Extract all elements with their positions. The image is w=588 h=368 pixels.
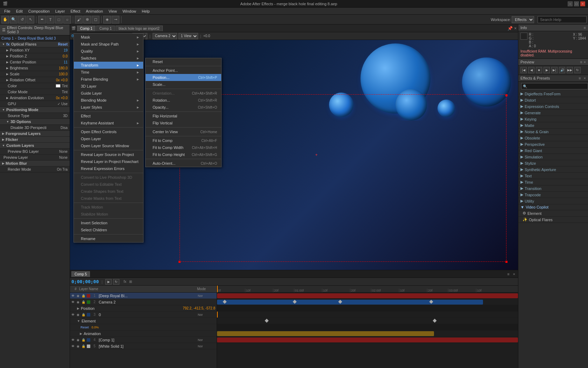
context-menu-main[interactable]: Mask ▶ Mask and Shape Path ▶ Quality ▶ S… bbox=[74, 33, 144, 243]
transform-center-in-view[interactable]: Center In View Ctrl+Home bbox=[146, 128, 221, 135]
ep-distort[interactable]: ▶ Distort bbox=[518, 97, 588, 103]
ctx-open-effect-controls[interactable]: Open Effect Controls bbox=[74, 128, 143, 135]
layer-5-mode[interactable]: Nor bbox=[198, 345, 215, 348]
ctx-mask-shape-path[interactable]: Mask and Shape Path ▶ bbox=[74, 41, 143, 48]
playhead[interactable] bbox=[217, 286, 218, 292]
tl-loop-btn[interactable]: ↻ bbox=[113, 279, 119, 285]
maximize-button[interactable]: □ bbox=[574, 1, 579, 6]
layer-5-lock[interactable]: 🔒 bbox=[82, 345, 85, 348]
ep-red-giant[interactable]: ▶ Red Giant bbox=[518, 148, 588, 154]
layer-3-mode[interactable]: Nor bbox=[198, 313, 215, 316]
ctx-guide-layer[interactable]: Guide Layer bbox=[74, 90, 143, 97]
custom-layers-section[interactable]: ▼ Custom Layers bbox=[0, 143, 70, 149]
ep-menu[interactable]: ≡ bbox=[579, 76, 581, 80]
ep-optical-flares[interactable]: ✨ Optical Flares bbox=[518, 217, 588, 223]
menu-edit[interactable]: Edit bbox=[13, 8, 26, 14]
ep-matte[interactable]: ▶ Matte bbox=[518, 122, 588, 129]
transform-anchor-point[interactable]: Anchor Point... bbox=[146, 67, 221, 74]
ep-stylize[interactable]: ▶ Stylize bbox=[518, 160, 588, 166]
ep-text[interactable]: ▶ Text bbox=[518, 173, 588, 179]
transform-fit-comp-height[interactable]: Fit to Comp Height Ctrl+Alt+Shift+G bbox=[146, 151, 221, 158]
menu-help[interactable]: Help bbox=[139, 8, 153, 14]
layer-row-element[interactable]: ▼ Element bbox=[70, 318, 217, 324]
layer-3-solo[interactable]: ◉ bbox=[77, 313, 79, 316]
positioning-mode-section[interactable]: ▼ Positioning Mode bbox=[0, 107, 70, 113]
breadcrumb-comp1[interactable]: Comp 1 bbox=[1, 36, 14, 40]
minimize-button[interactable]: − bbox=[568, 1, 573, 6]
tool-brush[interactable]: 🖌 bbox=[75, 16, 83, 23]
ep-trapcode[interactable]: ▶ Trapcode bbox=[518, 192, 588, 198]
ep-obsolete[interactable]: ▶ Obsolete bbox=[518, 135, 588, 141]
viewer-pin[interactable]: 📌 bbox=[507, 26, 513, 31]
prev-back[interactable]: ◀ bbox=[528, 67, 534, 73]
timeline-close[interactable]: × bbox=[512, 272, 517, 276]
tool-zoom[interactable]: 🔍 bbox=[10, 16, 18, 23]
transform-reset[interactable]: Reset bbox=[146, 58, 221, 65]
position-value[interactable]: 792.2, -412.5, -572.8 bbox=[183, 306, 215, 310]
ep-utility[interactable]: ▶ Utility bbox=[518, 198, 588, 204]
menu-file[interactable]: File bbox=[1, 8, 13, 14]
layer-3-eye[interactable]: 👁 bbox=[71, 313, 75, 316]
motion-blur-section[interactable]: ▶ Motion Blur bbox=[0, 161, 70, 166]
timeline-menu[interactable]: ≡ bbox=[506, 272, 511, 276]
layer-2-eye[interactable]: 👁 bbox=[71, 300, 75, 304]
element-reset-btn[interactable]: Reset bbox=[80, 326, 89, 329]
viewer-tab-comp1-1[interactable]: Comp 1 bbox=[77, 26, 96, 31]
tool-text[interactable]: T bbox=[47, 16, 54, 23]
transform-rotation[interactable]: Rotation... Ctrl+Shift+R bbox=[146, 97, 221, 104]
menu-effect[interactable]: Effect bbox=[68, 8, 83, 14]
ctx-blending-mode[interactable]: Blending Mode ▶ bbox=[74, 97, 143, 104]
ctx-rename[interactable]: Rename bbox=[74, 235, 143, 242]
ep-simulation[interactable]: ▶ Simulation bbox=[518, 154, 588, 160]
ep-keying[interactable]: ▶ Keying bbox=[518, 116, 588, 122]
menu-composition[interactable]: Composition bbox=[26, 8, 52, 14]
ep-synthetic-aperture[interactable]: ▶ Synthetic Aperture bbox=[518, 166, 588, 173]
viewer-close[interactable]: × bbox=[514, 26, 517, 31]
layer-row-3[interactable]: 👁 ◉ 🔒 3 0 Nor bbox=[70, 312, 217, 318]
prev-audio[interactable]: 🔊 bbox=[559, 67, 565, 73]
keyframe-elem-1[interactable] bbox=[265, 319, 268, 322]
tool-shape-ellipse[interactable]: ○ bbox=[63, 16, 71, 23]
tool-stamp[interactable]: ⊕ bbox=[83, 16, 91, 23]
transform-position[interactable]: Position... Ctrl+Shift+P bbox=[146, 74, 221, 81]
prev-forward[interactable]: ▶| bbox=[551, 67, 558, 73]
transform-submenu[interactable]: Reset Anchor Point... Position... Ctrl+S… bbox=[145, 58, 222, 167]
viewer-camera[interactable]: Camera 2 bbox=[153, 33, 177, 39]
transform-flip-h[interactable]: Flip Horizontal bbox=[146, 113, 221, 120]
tl-play-btn[interactable]: ▶ bbox=[105, 279, 112, 285]
ep-generate[interactable]: ▶ Generate bbox=[518, 110, 588, 116]
ctx-reveal-expression[interactable]: Reveal Expression Errors bbox=[74, 165, 143, 172]
breadcrumb-layer[interactable]: Deep Royal Blue Solid 3 bbox=[18, 36, 56, 40]
layer-row-4[interactable]: 👁 ◉ 🔒 4 [Comp 1] Nor bbox=[70, 337, 217, 343]
layer-5-solo[interactable]: ◉ bbox=[77, 345, 79, 348]
transform-auto-orient[interactable]: Auto-Orient... Ctrl+Alt+O bbox=[146, 160, 221, 167]
ep-time[interactable]: ▶ Time bbox=[518, 179, 588, 185]
tool-pen[interactable]: ✒ bbox=[38, 16, 46, 23]
ctx-effect[interactable]: Effect bbox=[74, 113, 143, 120]
ctx-reveal-flowchart[interactable]: Reveal Layer in Project Flowchart bbox=[74, 158, 143, 165]
ctx-open-layer[interactable]: Open Layer bbox=[74, 135, 143, 142]
layer-4-lock[interactable]: 🔒 bbox=[82, 338, 85, 342]
color-swatch[interactable] bbox=[56, 84, 61, 88]
ctx-3d-layer[interactable]: 3D Layer bbox=[74, 83, 143, 90]
layer-4-eye[interactable]: 👁 bbox=[71, 338, 75, 342]
layer-row-position[interactable]: ▶ Position 792.2, -412.5, -572.8 bbox=[70, 305, 217, 312]
position-expand[interactable]: ▶ bbox=[77, 307, 79, 310]
layer-1-solo[interactable]: ◉ bbox=[77, 294, 79, 298]
workspace-select[interactable]: Effects bbox=[512, 16, 534, 23]
layer-4-mode[interactable]: Nor bbox=[198, 338, 215, 342]
ep-digieffects[interactable]: ▶ Digieffects FreeForm bbox=[518, 91, 588, 97]
layer-row-1[interactable]: 👁 ◉ 🔒 1 [Deep Royal Bl... Nor bbox=[70, 293, 217, 299]
tool-roto[interactable]: ◈ bbox=[103, 16, 111, 23]
close-button[interactable]: × bbox=[580, 1, 585, 6]
ep-video-copilot[interactable]: ▼ Video Copilot bbox=[518, 204, 588, 210]
tool-shape-rect[interactable]: □ bbox=[55, 16, 63, 23]
foreground-layers-section[interactable]: ▶ Foreground Layers bbox=[0, 131, 70, 137]
prev-stop[interactable]: ■ bbox=[536, 67, 542, 73]
transform-fit-comp[interactable]: Fit to Comp Ctrl+Alt+F bbox=[146, 137, 221, 144]
optical-flares-section[interactable]: ▼ fx Optical Flares Reset bbox=[0, 41, 70, 47]
menu-layer[interactable]: Layer bbox=[52, 8, 68, 14]
preview-menu[interactable]: ≡ bbox=[580, 60, 582, 64]
layer-2-solo[interactable]: ◉ bbox=[77, 300, 79, 304]
viewer-view[interactable]: 1 View bbox=[178, 33, 198, 39]
